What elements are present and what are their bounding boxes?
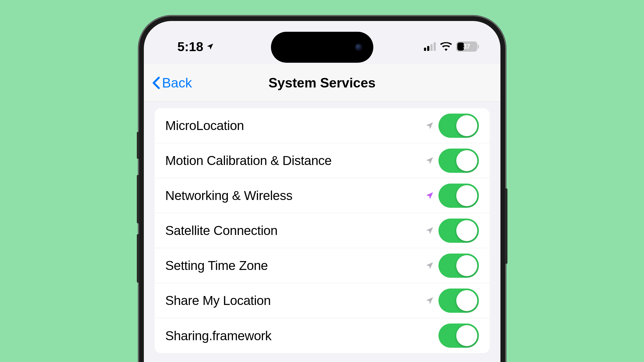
setting-controls (438, 324, 479, 348)
toggle-knob (456, 290, 477, 311)
back-button[interactable]: Back (151, 75, 192, 91)
setting-controls (425, 254, 479, 278)
content-area: MicroLocationMotion Calibration & Distan… (144, 102, 500, 362)
toggle-switch[interactable] (438, 114, 479, 138)
nav-bar: Back System Services (144, 64, 500, 102)
setting-label: MicroLocation (165, 118, 244, 133)
toggle-knob (456, 325, 477, 346)
volume-up-button (137, 175, 140, 223)
toggle-knob (456, 220, 477, 241)
setting-row: Satellite Connection (155, 213, 490, 248)
silent-switch (137, 132, 140, 159)
chevron-left-icon (151, 76, 161, 89)
status-right: 37 (424, 41, 479, 52)
wifi-icon (440, 42, 452, 51)
location-indicator-icon (206, 43, 214, 51)
volume-down-button (137, 234, 140, 283)
front-camera (355, 44, 363, 51)
setting-row: Share My Location (155, 283, 490, 318)
setting-row: Motion Calibration & Distance (155, 143, 490, 178)
setting-controls (425, 114, 479, 138)
status-time: 5:18 (177, 39, 203, 54)
toggle-switch[interactable] (438, 219, 479, 243)
setting-label: Satellite Connection (165, 223, 278, 238)
location-arrow-icon (425, 296, 434, 305)
setting-row: Networking & Wireless (155, 178, 490, 213)
setting-label: Motion Calibration & Distance (165, 153, 332, 168)
setting-controls (425, 184, 479, 208)
toggle-switch[interactable] (438, 324, 479, 348)
location-arrow-icon (425, 226, 434, 235)
setting-row: Setting Time Zone (155, 248, 490, 283)
setting-label: Networking & Wireless (165, 188, 293, 203)
power-button (505, 188, 507, 264)
nav-title: System Services (144, 75, 500, 91)
toggle-knob (456, 255, 477, 276)
battery-percent: 37 (456, 43, 477, 50)
setting-label: Sharing.framework (165, 328, 271, 343)
cellular-signal-icon (424, 42, 436, 51)
setting-label: Setting Time Zone (165, 258, 268, 273)
toggle-switch[interactable] (438, 149, 479, 173)
setting-controls (425, 289, 479, 313)
toggle-knob (456, 185, 477, 206)
toggle-switch[interactable] (438, 289, 479, 313)
location-arrow-icon (425, 156, 434, 165)
dynamic-island (271, 32, 373, 63)
setting-row: MicroLocation (155, 108, 490, 143)
phone-frame: 5:18 (139, 16, 505, 362)
setting-controls (425, 149, 479, 173)
location-arrow-icon (425, 261, 434, 270)
status-left: 5:18 (177, 39, 214, 54)
setting-row: Sharing.framework (155, 318, 490, 353)
toggle-knob (456, 150, 477, 171)
toggle-switch[interactable] (438, 254, 479, 278)
location-arrow-icon (425, 191, 434, 200)
location-arrow-icon (425, 121, 434, 130)
settings-group: MicroLocationMotion Calibration & Distan… (155, 108, 490, 353)
toggle-knob (456, 115, 477, 136)
back-label: Back (162, 75, 192, 91)
phone-screen: 5:18 (144, 21, 500, 362)
setting-label: Share My Location (165, 293, 271, 308)
toggle-switch[interactable] (438, 184, 479, 208)
battery-icon: 37 (456, 41, 479, 52)
setting-controls (425, 219, 479, 243)
